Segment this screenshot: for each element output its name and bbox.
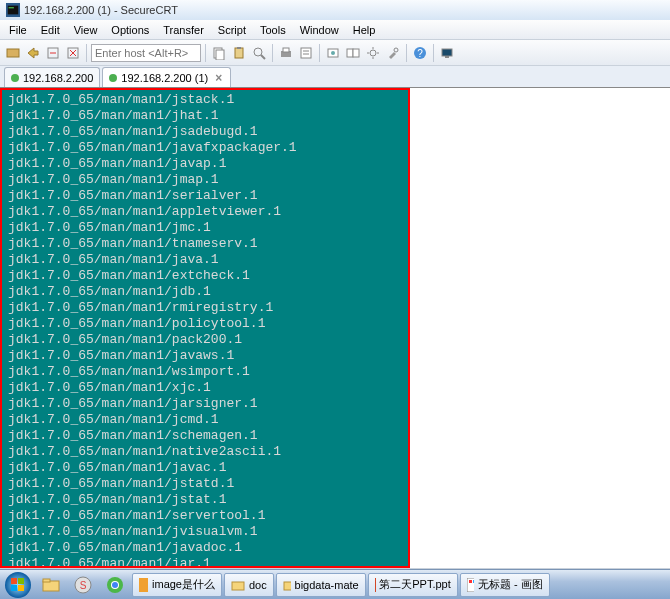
sogou-icon [139, 578, 148, 592]
tabbar: 192.168.2.200 192.168.2.200 (1) × [0, 66, 670, 88]
menubar: File Edit View Options Transfer Script T… [0, 20, 670, 40]
taskbar-pin-app[interactable]: S [68, 572, 98, 598]
taskbar-item[interactable]: image是什么 [132, 573, 222, 597]
taskbar-item[interactable]: doc [224, 573, 274, 597]
taskbar-pin-browser[interactable] [100, 572, 130, 598]
tab-session-0[interactable]: 192.168.2.200 [4, 67, 100, 87]
toolbar-help-icon[interactable]: ? [411, 44, 429, 62]
toolbar-paste-icon[interactable] [230, 44, 248, 62]
svg-point-18 [331, 51, 335, 55]
titlebar: 192.168.2.200 (1) - SecureCRT [0, 0, 670, 20]
terminal-line: jdk1.7.0_65/man/man1/jstack.1 [8, 92, 402, 108]
taskbar-item-label: doc [249, 579, 267, 591]
toolbar-screen-icon[interactable] [438, 44, 456, 62]
svg-rect-3 [7, 49, 19, 57]
taskbar-item[interactable]: 无标题 - 画图 [460, 573, 550, 597]
folder-icon [231, 578, 245, 592]
toolbar-connect-icon[interactable] [4, 44, 22, 62]
toolbar-separator [406, 44, 407, 62]
svg-rect-7 [216, 50, 224, 60]
svg-text:?: ? [417, 48, 423, 59]
svg-rect-1 [8, 6, 19, 15]
status-dot-icon [11, 74, 19, 82]
terminal-line: jdk1.7.0_65/man/man1/jcmd.1 [8, 412, 402, 428]
terminal-line: jdk1.7.0_65/man/man1/extcheck.1 [8, 268, 402, 284]
terminal-line: jdk1.7.0_65/man/man1/javac.1 [8, 460, 402, 476]
toolbar-separator [319, 44, 320, 62]
taskbar-item-label: image是什么 [152, 577, 215, 592]
terminal-line: jdk1.7.0_65/man/man1/jhat.1 [8, 108, 402, 124]
menu-edit[interactable]: Edit [34, 22, 67, 38]
app-icon [6, 3, 20, 17]
svg-rect-46 [473, 580, 474, 583]
menu-file[interactable]: File [2, 22, 34, 38]
svg-rect-14 [301, 48, 311, 58]
close-icon[interactable]: × [212, 72, 224, 84]
toolbar: ? [0, 40, 670, 66]
menu-help[interactable]: Help [346, 22, 383, 38]
terminal-line: jdk1.7.0_65/man/man1/jar.1 [8, 556, 402, 568]
terminal-line: jdk1.7.0_65/man/man1/jvisualvm.1 [8, 524, 402, 540]
menu-view[interactable]: View [67, 22, 105, 38]
terminal-line: jdk1.7.0_65/man/man1/xjc.1 [8, 380, 402, 396]
svg-point-10 [254, 48, 262, 56]
terminal-line: jdk1.7.0_65/man/man1/policytool.1 [8, 316, 402, 332]
menu-tools[interactable]: Tools [253, 22, 293, 38]
svg-rect-13 [283, 48, 289, 52]
terminal-line: jdk1.7.0_65/man/man1/wsimport.1 [8, 364, 402, 380]
terminal-line: jdk1.7.0_65/man/man1/javap.1 [8, 156, 402, 172]
svg-rect-31 [18, 585, 24, 591]
terminal-line: jdk1.7.0_65/man/man1/jsadebugd.1 [8, 124, 402, 140]
toolbar-separator [272, 44, 273, 62]
titlebar-text: 192.168.2.200 (1) - SecureCRT [24, 4, 178, 16]
toolbar-sessions-icon[interactable] [344, 44, 362, 62]
terminal-line: jdk1.7.0_65/man/man1/jstatd.1 [8, 476, 402, 492]
toolbar-disconnect-icon[interactable] [64, 44, 82, 62]
toolbar-tools-icon[interactable] [384, 44, 402, 62]
svg-rect-26 [445, 56, 449, 58]
toolbar-separator [205, 44, 206, 62]
terminal-line: jdk1.7.0_65/man/man1/servertool.1 [8, 508, 402, 524]
toolbar-quickconnect-icon[interactable] [24, 44, 42, 62]
toolbar-options-icon[interactable] [324, 44, 342, 62]
svg-rect-29 [18, 578, 24, 584]
toolbar-separator [86, 44, 87, 62]
svg-rect-40 [232, 582, 244, 590]
tab-label: 192.168.2.200 (1) [121, 72, 208, 84]
start-button[interactable] [2, 571, 34, 599]
terminal-line: jdk1.7.0_65/man/man1/java.1 [8, 252, 402, 268]
terminal-line: jdk1.7.0_65/man/man1/serialver.1 [8, 188, 402, 204]
terminal-line: jdk1.7.0_65/man/man1/jmc.1 [8, 220, 402, 236]
terminal-line: jdk1.7.0_65/man/man1/javadoc.1 [8, 540, 402, 556]
toolbar-print-icon[interactable] [277, 44, 295, 62]
svg-rect-41 [284, 582, 291, 590]
toolbar-settings-icon[interactable] [364, 44, 382, 62]
svg-point-21 [370, 50, 376, 56]
menu-window[interactable]: Window [293, 22, 346, 38]
svg-rect-28 [11, 578, 17, 584]
toolbar-reconnect-icon[interactable] [44, 44, 62, 62]
tab-session-1[interactable]: 192.168.2.200 (1) × [102, 67, 231, 87]
taskbar-pin-explorer[interactable] [36, 572, 66, 598]
taskbar-item[interactable]: bigdata-mate [276, 573, 366, 597]
empty-pane [410, 88, 670, 568]
svg-rect-2 [9, 7, 14, 8]
svg-point-22 [394, 48, 398, 52]
svg-rect-39 [139, 578, 148, 592]
terminal-line: jdk1.7.0_65/man/man1/rmiregistry.1 [8, 300, 402, 316]
toolbar-find-icon[interactable] [250, 44, 268, 62]
toolbar-copy-icon[interactable] [210, 44, 228, 62]
menu-transfer[interactable]: Transfer [156, 22, 211, 38]
taskbar-item[interactable]: P第二天PPT.ppt [368, 573, 458, 597]
svg-rect-20 [353, 49, 359, 57]
terminal[interactable]: jdk1.7.0_65/man/man1/jstack.1jdk1.7.0_65… [0, 88, 410, 568]
terminal-line: jdk1.7.0_65/man/man1/schemagen.1 [8, 428, 402, 444]
host-input[interactable] [91, 44, 201, 62]
terminal-line: jdk1.7.0_65/man/man1/jarsigner.1 [8, 396, 402, 412]
taskbar-item-label: 第二天PPT.ppt [379, 577, 451, 592]
terminal-line: jdk1.7.0_65/man/man1/jstat.1 [8, 492, 402, 508]
menu-script[interactable]: Script [211, 22, 253, 38]
toolbar-properties-icon[interactable] [297, 44, 315, 62]
menu-options[interactable]: Options [104, 22, 156, 38]
svg-line-11 [261, 55, 265, 59]
